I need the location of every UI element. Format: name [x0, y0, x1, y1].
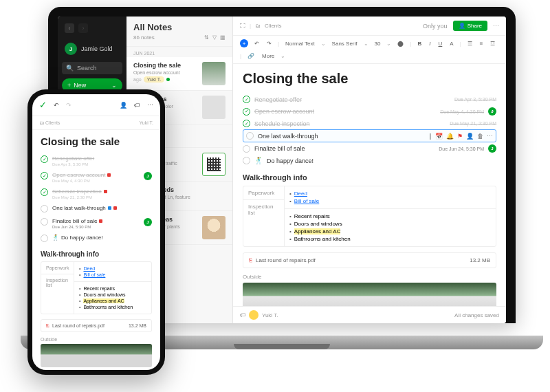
image-label: Outside	[41, 337, 152, 342]
view-icon[interactable]: ▦	[220, 34, 226, 41]
task-row[interactable]: One last walk-through	[41, 202, 152, 215]
more-icon[interactable]: ⋯	[147, 102, 153, 109]
checkbox-icon[interactable]	[246, 132, 254, 140]
checkbox-icon[interactable]	[243, 145, 250, 153]
link-icon[interactable]: 🔗	[246, 52, 256, 60]
checkbox-icon[interactable]	[41, 235, 48, 242]
task-row[interactable]: Finalize bill of saleDue Jun 24, 5:30 PM…	[243, 142, 496, 155]
trash-icon[interactable]: 🗑	[477, 133, 483, 140]
note-title[interactable]: Closing the sale	[243, 71, 496, 87]
plus-icon: +	[67, 82, 71, 89]
nav-back-icon[interactable]: ‹	[65, 23, 74, 33]
task-due: Due May 4, 4:30 PM	[52, 179, 140, 183]
task-label: Open escrow account	[254, 108, 436, 115]
task-row-active[interactable]: One last walk-through|📅🔔⚑👤🗑⋯	[243, 129, 496, 142]
nav-fwd-icon[interactable]: ›	[78, 23, 88, 33]
embedded-image[interactable]	[41, 344, 152, 367]
list-item: Recent repairs	[83, 286, 115, 291]
attachment[interactable]: ⎘Last round of repairs.pdf 13.2 MB	[41, 319, 152, 332]
color-icon[interactable]: ⬤	[396, 40, 405, 47]
task-row[interactable]: Open escrow account Due May 4, 4:30 PMJ	[41, 169, 152, 186]
phone-body[interactable]: Closing the sale Renegotiate offerDue Ap…	[32, 130, 160, 370]
done-icon[interactable]: ✓	[39, 100, 47, 110]
bullet-list-icon[interactable]: ☰	[466, 40, 474, 47]
checkbox-icon[interactable]	[41, 172, 48, 179]
checkbox-icon[interactable]	[41, 155, 48, 163]
sort-icon[interactable]: ⇅	[204, 34, 209, 41]
flag-icon[interactable]: ⚑	[457, 133, 463, 140]
more-toolbar[interactable]: More	[261, 52, 276, 60]
link-bill-of-sale[interactable]: Bill of sale	[83, 272, 105, 277]
number-list-icon[interactable]: ≡	[478, 40, 485, 47]
size-select[interactable]: 30	[373, 40, 382, 47]
task-due: Due May 21, 2:30 PM	[450, 121, 496, 126]
attachment-size: 13.2 MB	[129, 323, 146, 328]
more-icon[interactable]: ⋯	[493, 23, 499, 30]
task-label: Renegotiate offer	[52, 155, 94, 162]
user-icon[interactable]: 👤	[466, 133, 474, 140]
note-title[interactable]: Closing the sale	[41, 135, 152, 147]
list-item: Doors and windows	[83, 292, 125, 297]
task-row[interactable]: 🕺 Do happy dance!	[41, 232, 152, 245]
tag-icon[interactable]: 🏷	[134, 102, 140, 109]
task-label: Do happy dance!	[267, 157, 496, 164]
redo-icon[interactable]: ↷	[66, 102, 72, 109]
share-button[interactable]: 👤Share	[453, 21, 487, 31]
section-header: Walk-through info	[41, 250, 152, 258]
underline-icon[interactable]: U	[437, 40, 444, 47]
task-row[interactable]: Open escrow accountDue May 4, 4:30 PMJ	[243, 105, 496, 118]
checkbox-icon[interactable]	[243, 108, 250, 116]
undo-icon[interactable]: ↶	[253, 40, 261, 47]
task-label: Schedule inspection	[254, 120, 446, 127]
bold-icon[interactable]: B	[417, 40, 424, 47]
checklist-icon[interactable]: ☲	[489, 40, 496, 47]
highlight-icon[interactable]: A	[448, 40, 454, 47]
expand-icon[interactable]: ⛶	[240, 23, 245, 29]
undo-icon[interactable]: ↶	[54, 102, 59, 109]
link-bill-of-sale[interactable]: Bill of sale	[294, 198, 319, 204]
link-deed[interactable]: Deed	[83, 266, 95, 271]
note-item-title: Closing the sale	[133, 62, 198, 69]
emoji-icon: 🕺	[254, 157, 263, 164]
calendar-icon[interactable]: 📅	[435, 133, 443, 140]
task-row[interactable]: Schedule inspectionDue May 21, 2:30 PM	[243, 118, 496, 129]
sidebar-user[interactable]: J Jamie Gold	[62, 40, 122, 58]
assignee-avatar: J	[144, 172, 152, 180]
checkbox-icon[interactable]	[41, 188, 48, 196]
editor-body[interactable]: Closing the sale Renegotiate offerDue Ap…	[233, 64, 506, 306]
task-row[interactable]: Renegotiate offerDue Apr 3, 5:30 PM	[41, 153, 152, 169]
attachment[interactable]: ⎘Last round of repairs.pdf 13.2 MB	[243, 252, 496, 268]
task-row[interactable]: Finalize bill of sale Due Jun 24, 5:30 P…	[41, 215, 152, 232]
person-icon[interactable]: 👤	[120, 102, 127, 109]
insert-button[interactable]: +	[240, 39, 248, 47]
breadcrumb[interactable]: Clients	[265, 23, 281, 29]
breadcrumb[interactable]: Clients	[45, 120, 60, 125]
style-select[interactable]: Normal Text	[284, 40, 316, 47]
filter-icon[interactable]: ▽	[212, 34, 217, 41]
task-row[interactable]: Renegotiate offerDue Apr 3, 5:30 PM	[243, 94, 496, 105]
editor-footer: 🏷 Yuki T. All changes saved	[233, 306, 506, 323]
tag-icon[interactable]: 🏷	[240, 312, 245, 318]
checkbox-icon[interactable]	[41, 205, 48, 213]
link-deed[interactable]: Deed	[294, 190, 307, 197]
note-item[interactable]: Closing the sale Open escrow account ago…	[126, 57, 232, 91]
checkbox-icon[interactable]	[41, 218, 48, 226]
checkbox-icon[interactable]	[243, 96, 250, 103]
redo-icon[interactable]: ↷	[265, 40, 273, 47]
notebook-icon: 🗂	[255, 23, 261, 29]
embedded-image[interactable]	[243, 283, 496, 306]
user-name: Jamie Gold	[81, 45, 113, 52]
walkthrough-table: Paperwork Inspection list Deed Bill of s…	[41, 261, 152, 314]
note-meta: ago	[133, 77, 142, 82]
font-select[interactable]: Sans Serif	[331, 40, 359, 47]
note-thumb	[202, 96, 226, 119]
task-row[interactable]: 🕺Do happy dance!	[243, 155, 496, 166]
note-item-sub: Open escrow account	[133, 70, 198, 75]
task-row[interactable]: Schedule inspection Due May 21, 2:30 PM	[41, 186, 152, 202]
bell-icon[interactable]: 🔔	[446, 133, 454, 140]
sidebar-search[interactable]: 🔍 Search	[62, 62, 122, 74]
more-icon[interactable]: ⋯	[487, 133, 493, 140]
checkbox-icon[interactable]	[243, 157, 250, 164]
italic-icon[interactable]: I	[428, 40, 432, 47]
checkbox-icon[interactable]	[243, 120, 250, 127]
